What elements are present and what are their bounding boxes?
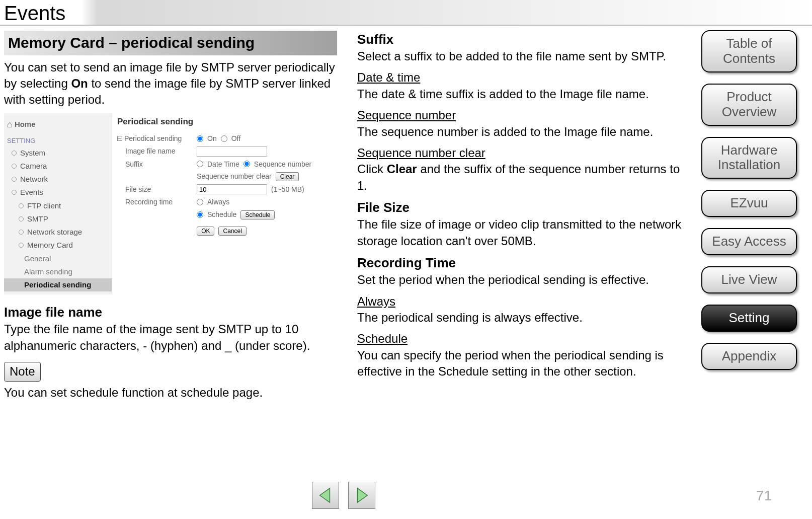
tree-toggle-icon[interactable] [117, 136, 122, 141]
mock-sidebar: Home SETTING System Camera Network Event… [4, 113, 112, 295]
schedule-hdr: Schedule [357, 331, 690, 347]
mock-row-label: Sequence number clear [197, 172, 272, 181]
tab-product-overview[interactable]: Product Overview [701, 84, 797, 126]
radio-on-label: On [207, 134, 217, 143]
tab-hardware-installation[interactable]: Hardware Installation [701, 137, 797, 179]
bullet-icon [11, 189, 17, 195]
mock-row-label: Periodical sending [124, 134, 182, 142]
rectime-hdr: Recording Time [357, 254, 690, 272]
mock-item-system[interactable]: System [4, 146, 112, 160]
page-number: 71 [756, 488, 772, 504]
bullet-icon [18, 242, 24, 248]
arrow-left-icon [317, 487, 334, 504]
bullet-icon [18, 203, 24, 209]
always-body: The periodical sending is always effecti… [357, 310, 690, 326]
nav-arrows [312, 482, 375, 509]
mock-row-seqclear: Sequence number clear Clear [117, 172, 326, 181]
suffix-hdr: Suffix [357, 31, 690, 48]
home-icon [7, 118, 13, 130]
next-page-button[interactable] [348, 482, 375, 509]
mock-item-smtp[interactable]: SMTP [4, 212, 112, 226]
seq-hdr: Sequence number [357, 107, 690, 123]
mock-row-schedule: Schedule Schedule [117, 210, 326, 219]
bullet-icon [11, 150, 17, 156]
schedule-button[interactable]: Schedule [240, 210, 275, 219]
mock-item-events[interactable]: Events [4, 186, 112, 199]
radio-schedule-label: Schedule [207, 210, 236, 219]
mock-item-label: Camera [20, 161, 47, 171]
tab-setting[interactable]: Setting [701, 305, 797, 332]
svg-marker-0 [320, 488, 330, 502]
right-nav: Table of Contents Product Overview Hardw… [701, 30, 797, 370]
right-column: Suffix Select a suffix to be added to th… [357, 31, 690, 406]
radio-datetime[interactable] [197, 161, 203, 167]
mock-main: Periodical sending Periodical sending On… [112, 113, 326, 295]
mock-sub-general[interactable]: General [4, 252, 112, 265]
seq-clear-pre: Click [357, 162, 387, 176]
note-button[interactable]: Note [4, 362, 41, 381]
bullet-icon [11, 163, 17, 169]
mock-item-network[interactable]: Network [4, 173, 112, 186]
mock-item-camera[interactable]: Camera [4, 160, 112, 173]
mock-item-netstorage[interactable]: Network storage [4, 226, 112, 239]
date-time-body: The date & time suffix is added to the I… [357, 86, 690, 102]
radio-seqnum[interactable] [243, 161, 250, 167]
clear-button[interactable]: Clear [276, 172, 299, 181]
seq-clear-bold: Clear [387, 162, 417, 176]
mock-row-label: Suffix [117, 160, 193, 169]
svg-marker-1 [358, 488, 368, 502]
cancel-button[interactable]: Cancel [218, 227, 246, 236]
radio-always[interactable] [197, 199, 203, 205]
tab-easy-access[interactable]: Easy Access [701, 228, 797, 255]
arrow-right-icon [353, 487, 370, 504]
seq-clear-hdr: Sequence number clear [357, 145, 690, 161]
mock-row-label: Image file name [117, 146, 193, 156]
mock-row-okcancel: OK Cancel [117, 227, 326, 236]
tab-appendix[interactable]: Appendix [701, 343, 797, 370]
mock-item-label: Memory Card [27, 240, 73, 250]
filesize-hdr: File Size [357, 199, 690, 216]
tab-live-view[interactable]: Live View [701, 266, 797, 293]
section-title: Memory Card – periodical sending [4, 31, 337, 55]
mock-row-filesize: File size (1~50 MB) [117, 184, 326, 194]
filesize-body: The file size of image or video clip tra… [357, 216, 690, 249]
mock-item-label: System [20, 148, 45, 158]
bullet-icon [18, 216, 24, 222]
mock-home[interactable]: Home [4, 116, 112, 132]
tab-toc[interactable]: Table of Contents [701, 30, 797, 72]
filesize-input[interactable] [197, 184, 267, 194]
date-time-hdr: Date & time [357, 69, 690, 86]
tab-ezvuu[interactable]: EZvuu [701, 190, 797, 217]
radio-always-label: Always [207, 197, 229, 207]
mock-row-imgfile: Image file name [117, 146, 326, 157]
image-file-name-input[interactable] [197, 146, 267, 157]
mock-row-label: Recording time [117, 197, 193, 207]
radio-off-label: Off [231, 134, 240, 143]
radio-schedule[interactable] [197, 211, 203, 218]
image-file-name-body: Type the file name of the image sent by … [4, 321, 337, 354]
mock-sub-alarm[interactable]: Alarm sending [4, 265, 112, 278]
image-file-name-hdr: Image file name [4, 304, 337, 321]
intro-paragraph: You can set to send an image file by SMT… [4, 59, 337, 108]
seq-clear-body: Click Clear and the suffix of the sequen… [357, 161, 690, 194]
filesize-hint: (1~50 MB) [271, 185, 304, 194]
settings-screenshot: Home SETTING System Camera Network Event… [4, 113, 326, 295]
mock-item-label: FTP client [27, 201, 61, 211]
radio-datetime-label: Date Time [207, 160, 239, 169]
radio-on[interactable] [197, 135, 203, 142]
radio-off[interactable] [221, 135, 227, 142]
mock-item-memcard[interactable]: Memory Card [4, 239, 112, 252]
always-hdr: Always [357, 293, 690, 310]
mock-item-label: SMTP [27, 214, 48, 224]
prev-page-button[interactable] [312, 482, 339, 509]
radio-seqnum-label: Sequence number [254, 160, 311, 169]
ok-button[interactable]: OK [197, 227, 214, 236]
mock-row-periodical: Periodical sending On Off [117, 134, 326, 143]
mock-sub-periodical[interactable]: Periodical sending [4, 278, 112, 291]
mock-home-label: Home [15, 119, 36, 129]
mock-item-ftp[interactable]: FTP client [4, 199, 112, 212]
mock-row-rectime: Recording time Always [117, 197, 326, 207]
suffix-body: Select a suffix to be added to the file … [357, 48, 690, 64]
mock-setting-label: SETTING [4, 132, 112, 146]
page-title: Events [0, 0, 812, 26]
